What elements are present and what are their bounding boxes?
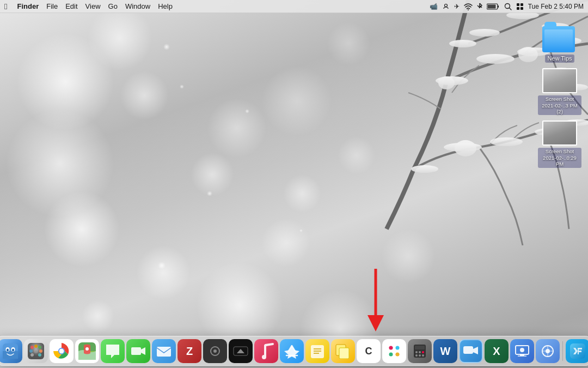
dock: Z [0,336,588,366]
wifi-icon[interactable] [464,3,473,10]
dock-calculator[interactable] [408,339,432,363]
svg-rect-61 [311,345,324,358]
dock-screenium[interactable] [510,339,534,363]
svg-point-52 [85,347,89,351]
dock-music[interactable] [254,339,278,363]
file-menu[interactable]: File [46,2,58,10]
svg-point-79 [419,354,421,357]
dock-zoom[interactable] [459,339,483,363]
dock-messages[interactable] [101,339,125,363]
svg-marker-82 [473,347,478,354]
dock-facetime[interactable] [126,339,150,363]
dock-multitouch[interactable] [203,339,227,363]
finder-menu[interactable]: Finder [17,2,39,10]
dock-excel[interactable]: X [485,339,509,363]
svg-point-18 [444,4,447,7]
dock-notes[interactable] [305,339,329,363]
dock-finder[interactable] [0,339,22,363]
svg-marker-54 [141,347,145,355]
window-menu[interactable]: Window [125,2,150,10]
svg-rect-27 [517,7,519,10]
svg-point-42 [29,349,33,353]
view-menu[interactable]: View [85,2,101,10]
help-menu[interactable]: Help [158,2,173,10]
bluetooth-icon[interactable] [477,3,482,10]
datetime-display: Tue Feb 2 5:40 PM [528,3,584,10]
svg-point-19 [468,9,469,10]
svg-rect-22 [487,4,495,8]
svg-point-17 [455,140,476,156]
svg-point-68 [396,346,400,350]
meet-icon[interactable]: 📹 [430,3,438,10]
svg-point-41 [38,346,41,349]
dock-word[interactable]: W [433,339,457,363]
svg-point-45 [30,353,34,357]
notification-icon[interactable] [516,3,524,10]
svg-rect-55 [157,347,171,357]
svg-point-10 [490,137,523,146]
dock-chrome[interactable] [50,339,74,363]
menubar-left:  Finder File Edit View Go Window Help [4,2,173,11]
svg-point-77 [422,351,424,353]
svg-rect-71 [389,347,393,349]
svg-point-86 [520,348,524,352]
svg-rect-72 [396,354,400,356]
svg-rect-26 [520,3,523,6]
svg-marker-30 [367,315,384,331]
svg-rect-74 [415,346,425,349]
dock-mail[interactable] [152,339,176,363]
battery-icon[interactable] [487,3,500,10]
dock-launchpad[interactable] [24,339,48,363]
svg-point-2 [476,54,514,64]
edit-menu[interactable]: Edit [65,2,77,10]
screenshot-2-thumb [542,120,577,146]
search-icon[interactable] [504,3,512,10]
svg-rect-66 [339,348,349,359]
dock-zotero[interactable]: Z [177,339,201,363]
svg-line-24 [509,8,511,10]
desktop-icons: New Tips Screen Shot2021-02-..3 PM (2) S… [538,22,581,168]
dock-maps[interactable] [75,339,99,363]
screenshot-2-icon[interactable]: Screen Shot2021-02-..0:29 PM [538,120,581,167]
apple-menu[interactable]:  [4,2,7,11]
svg-point-43 [34,349,38,353]
new-tips-label: New Tips [545,55,574,63]
dock-separator [562,341,563,361]
svg-point-16 [518,47,538,62]
svg-point-1 [449,40,476,47]
svg-point-39 [30,346,34,349]
menubar:  Finder File Edit View Go Window Help 📹… [0,0,588,13]
svg-point-49 [59,349,64,354]
svg-point-75 [415,351,418,353]
svg-point-8 [411,165,438,173]
send-icon[interactable]: ✈ [454,3,460,10]
dock-proxyman[interactable] [536,339,560,363]
dock-appletv[interactable] [229,339,253,363]
svg-point-37 [12,349,14,352]
new-tips-folder-icon[interactable]: New Tips [538,22,581,63]
svg-point-7 [469,29,500,37]
dock-stickies[interactable] [331,339,355,363]
dock-craftdocs[interactable]: C [357,339,381,363]
airdrop-icon[interactable] [442,3,450,10]
red-arrow [365,269,387,336]
dock-xcode[interactable] [566,339,588,363]
svg-rect-25 [517,3,519,6]
screenshot-1-thumb [542,68,577,93]
screenshot-1-icon[interactable]: Screen Shot2021-02-..3 PM (2) [538,68,581,115]
dock-appstore[interactable] [280,339,304,363]
go-menu[interactable]: Go [108,2,118,10]
svg-point-15 [438,76,455,89]
svg-point-36 [7,349,9,352]
svg-rect-28 [520,7,523,10]
dock-slack[interactable] [382,339,406,363]
svg-point-80 [422,354,424,357]
svg-marker-59 [237,349,244,353]
desktop [0,0,588,368]
svg-point-40 [34,345,38,348]
svg-point-57 [213,349,217,353]
svg-point-46 [38,353,41,357]
svg-rect-81 [463,346,473,354]
menubar-right: 📹 ✈ Tue Feb 2 5:40 PM [430,3,584,10]
svg-point-76 [419,351,421,353]
